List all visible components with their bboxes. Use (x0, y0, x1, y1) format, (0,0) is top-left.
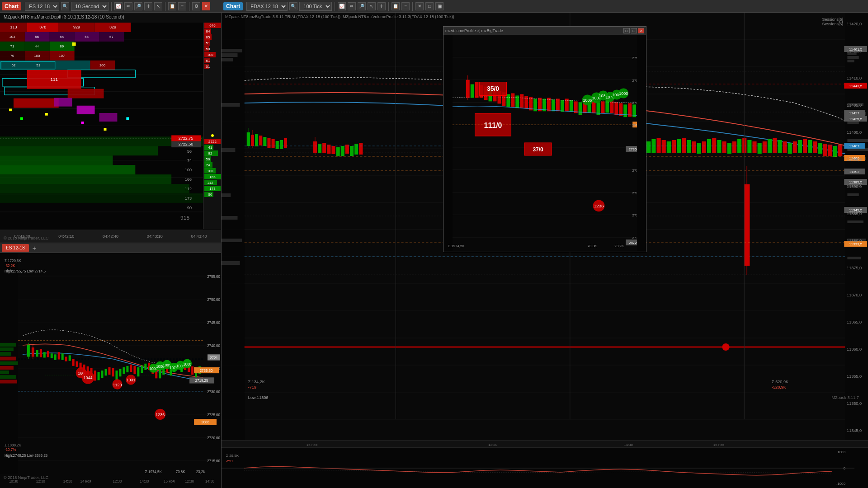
svg-rect-171 (144, 364, 146, 370)
tab-es[interactable]: ES 12-18 (2, 244, 29, 252)
float-minimize-button[interactable]: □ (623, 28, 630, 33)
floating-titlebar[interactable]: mzVolumeProfile ◁ mzBigTrade □ □ ✕ (443, 27, 646, 35)
chart-icon-right[interactable]: 📈 (338, 2, 346, 10)
instrument-select-left[interactable]: ES 12-18 (25, 2, 59, 11)
svg-rect-360 (752, 141, 756, 153)
properties-icon-left[interactable]: ⚙ (192, 2, 200, 10)
timeframe-select-left[interactable]: 10 Second (71, 2, 108, 11)
svg-text:15 ноя: 15 ноя (307, 443, 317, 447)
restore-icon-right[interactable]: ▣ (435, 2, 443, 10)
svg-text:11360,0: 11360,0 (847, 347, 862, 352)
crosshair-icon-left[interactable]: ✛ (144, 2, 152, 10)
select-icon-left[interactable]: ↖ (154, 2, 162, 10)
time-5: 04:43:40 (191, 234, 207, 239)
svg-rect-296 (263, 137, 266, 146)
market-icon-left[interactable]: ≡ (178, 2, 186, 10)
svg-text:11380,0: 11380,0 (847, 239, 862, 243)
svg-text:Σ 520,9K: Σ 520,9K (772, 380, 788, 384)
svg-rect-281 (222, 261, 240, 265)
select-icon-right[interactable]: ✛ (377, 2, 386, 10)
svg-rect-277 (222, 148, 235, 152)
svg-rect-344 (672, 140, 676, 153)
chart-title-left: MZpack.NT8.mzMarketDepth 3.10.1(ES 12-18… (4, 14, 124, 19)
svg-rect-480 (619, 103, 623, 116)
float-maximize-button[interactable]: □ (631, 28, 637, 33)
svg-rect-355 (727, 143, 731, 154)
toolbar-left[interactable]: Chart ES 12-18 🔍 10 Second 📈 ✏ 🔎 ✛ ↖ 📋 ≡… (0, 0, 222, 13)
svg-rect-317 (847, 56, 859, 59)
svg-rect-151 (72, 359, 75, 366)
template-icon-right[interactable]: 📋 (392, 2, 400, 10)
zoom-icon-right[interactable]: 🔎 (358, 2, 366, 10)
fdax-main-chart[interactable]: MZpack.NT8.mzBigTrade 3.9.11 TRIAL(FDAX … (222, 13, 868, 488)
svg-text:-1000: -1000 (836, 482, 846, 486)
toolbar-right[interactable]: Chart FDAX 12-18 🔍 100 Tick 📈 ✏ 🔎 ↖ ✛ 📋 … (222, 0, 868, 13)
svg-text:2722: 2722 (208, 140, 217, 144)
draw-icon-left[interactable]: ✏ (124, 2, 132, 10)
timeframe-select-right[interactable]: 100 Tick (299, 2, 332, 11)
svg-rect-359 (747, 140, 751, 153)
magnify-icon-right[interactable]: 🔍 (289, 2, 297, 10)
svg-text:Σ 1888,2K: Σ 1888,2K (5, 443, 21, 447)
svg-text:2750,00: 2750,00 (207, 298, 220, 302)
chart-icon-left[interactable]: 📈 (114, 2, 123, 10)
svg-text:2740,00: 2740,00 (207, 344, 220, 348)
separator-6 (412, 2, 413, 11)
template-icon-left[interactable]: 📋 (168, 2, 176, 10)
svg-rect-297 (267, 138, 270, 148)
svg-text:11400,0: 11400,0 (847, 130, 862, 135)
magnify-icon-left[interactable]: 🔍 (61, 2, 69, 10)
es-chart[interactable]: 160 1044 1120 1031 1000 1000 (0, 253, 221, 488)
svg-text:51: 51 (206, 41, 210, 45)
maximize-icon-right[interactable]: □ (425, 2, 434, 10)
svg-text:0: 0 (844, 466, 846, 470)
svg-rect-371 (808, 140, 812, 153)
svg-rect-141 (36, 350, 38, 357)
svg-text:57: 57 (109, 35, 113, 39)
svg-text:10:30: 10:30 (9, 479, 18, 483)
svg-rect-307 (331, 146, 335, 154)
svg-rect-341 (656, 138, 660, 153)
svg-rect-356 (732, 141, 736, 153)
svg-rect-444 (443, 35, 453, 251)
svg-rect-369 (798, 140, 802, 153)
svg-rect-82 (104, 128, 106, 131)
float-close-button[interactable]: ✕ (638, 28, 644, 33)
svg-text:Σ 1720,6K: Σ 1720,6K (5, 259, 21, 263)
svg-text:37/0: 37/0 (533, 146, 543, 153)
zoom-icon-left[interactable]: 🔎 (134, 2, 142, 10)
time-3: 04:42:40 (103, 234, 118, 239)
svg-rect-62 (0, 184, 189, 193)
svg-text:54: 54 (60, 35, 64, 39)
copyright-left: © 2018 NinjaTrader, LLC (4, 236, 48, 240)
svg-rect-274 (222, 53, 237, 57)
svg-text:378: 378 (39, 25, 46, 30)
svg-text:MZpack 3.11.7: MZpack 3.11.7 (831, 395, 859, 400)
floating-sub-window[interactable]: mzVolumeProfile ◁ mzBigTrade □ □ ✕ (443, 26, 646, 252)
tab-add-button[interactable]: + (30, 244, 39, 253)
svg-rect-63 (0, 193, 203, 203)
svg-rect-465 (552, 99, 555, 111)
floating-controls: □ □ ✕ (623, 28, 644, 33)
instrument-select-right[interactable]: FDAX 12-18 (246, 2, 288, 11)
separator-4 (335, 2, 335, 11)
svg-text:1000: 1000 (183, 362, 191, 366)
draw-icon-right[interactable]: ✏ (348, 2, 356, 10)
svg-rect-301 (284, 138, 287, 148)
close-icon-right[interactable]: ✕ (415, 2, 424, 10)
close-icon-left[interactable]: ✕ (202, 2, 210, 10)
floating-chart-svg: 35/0 111/0 37/0 (443, 35, 646, 252)
svg-text:62: 62 (11, 63, 15, 67)
market-icon-right[interactable]: ≡ (401, 2, 410, 10)
svg-text:111/0: 111/0 (484, 122, 502, 129)
heatmap-chart[interactable]: MZpack.NT8.mzMarketDepth 3.10.1(ES 12-18… (0, 13, 221, 243)
svg-text:2730,00: 2730,00 (207, 390, 220, 394)
svg-rect-458 (520, 94, 524, 108)
svg-rect-373 (818, 143, 822, 154)
svg-text:103: 103 (9, 35, 15, 39)
svg-text:12:30: 12:30 (488, 443, 498, 447)
svg-rect-471 (579, 102, 582, 115)
svg-rect-226 (0, 361, 18, 365)
crosshair-icon-right[interactable]: ↖ (368, 2, 376, 10)
svg-rect-162 (112, 368, 114, 376)
